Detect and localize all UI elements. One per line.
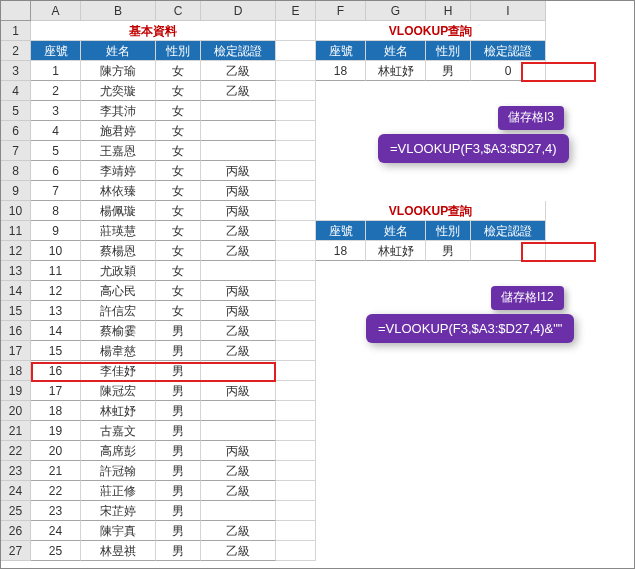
- cell-I3[interactable]: 0: [471, 61, 546, 81]
- row-15[interactable]: 15: [1, 301, 31, 321]
- cell-E21[interactable]: [276, 421, 316, 441]
- row-11[interactable]: 11: [1, 221, 31, 241]
- cell-C27[interactable]: 男: [156, 541, 201, 561]
- cell-C19[interactable]: 男: [156, 381, 201, 401]
- col-B[interactable]: B: [81, 1, 156, 21]
- cell-E19[interactable]: [276, 381, 316, 401]
- cell-C25[interactable]: 男: [156, 501, 201, 521]
- cell-D15[interactable]: 丙級: [201, 301, 276, 321]
- col-G[interactable]: G: [366, 1, 426, 21]
- cell-E8[interactable]: [276, 161, 316, 181]
- row-20[interactable]: 20: [1, 401, 31, 421]
- col-I[interactable]: I: [471, 1, 546, 21]
- cell-B10[interactable]: 楊佩璇: [81, 201, 156, 221]
- cell-H3[interactable]: 男: [426, 61, 471, 81]
- cell-E11[interactable]: [276, 221, 316, 241]
- cell-D5[interactable]: [201, 101, 276, 121]
- cell-D11[interactable]: 乙級: [201, 221, 276, 241]
- cell-E18[interactable]: [276, 361, 316, 381]
- cell-D10[interactable]: 丙級: [201, 201, 276, 221]
- cell-D23[interactable]: 乙級: [201, 461, 276, 481]
- cell-C7[interactable]: 女: [156, 141, 201, 161]
- row-12[interactable]: 12: [1, 241, 31, 261]
- cell-E26[interactable]: [276, 521, 316, 541]
- cell-F3[interactable]: 18: [316, 61, 366, 81]
- cell-A23[interactable]: 21: [31, 461, 81, 481]
- cell-B20[interactable]: 林虹妤: [81, 401, 156, 421]
- cell-A11[interactable]: 9: [31, 221, 81, 241]
- cell-D13[interactable]: [201, 261, 276, 281]
- cell-B6[interactable]: 施君婷: [81, 121, 156, 141]
- cell-B17[interactable]: 楊韋慈: [81, 341, 156, 361]
- cell-B19[interactable]: 陳冠宏: [81, 381, 156, 401]
- cell-B3[interactable]: 陳方瑜: [81, 61, 156, 81]
- cell-B27[interactable]: 林昱祺: [81, 541, 156, 561]
- cell-C12[interactable]: 女: [156, 241, 201, 261]
- cell-E6[interactable]: [276, 121, 316, 141]
- cell-E14[interactable]: [276, 281, 316, 301]
- cell-D26[interactable]: 乙級: [201, 521, 276, 541]
- cell-E3[interactable]: [276, 61, 316, 81]
- cell-E25[interactable]: [276, 501, 316, 521]
- cell-E23[interactable]: [276, 461, 316, 481]
- row-16[interactable]: 16: [1, 321, 31, 341]
- cell-B11[interactable]: 莊瑛慧: [81, 221, 156, 241]
- col-D[interactable]: D: [201, 1, 276, 21]
- cell-B9[interactable]: 林依臻: [81, 181, 156, 201]
- cell-C17[interactable]: 男: [156, 341, 201, 361]
- cell-B26[interactable]: 陳宇真: [81, 521, 156, 541]
- cell-C20[interactable]: 男: [156, 401, 201, 421]
- col-F[interactable]: F: [316, 1, 366, 21]
- cell-B16[interactable]: 蔡榆霎: [81, 321, 156, 341]
- cell-A13[interactable]: 11: [31, 261, 81, 281]
- cell-G3[interactable]: 林虹妤: [366, 61, 426, 81]
- row-6[interactable]: 6: [1, 121, 31, 141]
- row-23[interactable]: 23: [1, 461, 31, 481]
- cell-E9[interactable]: [276, 181, 316, 201]
- cell-D3[interactable]: 乙級: [201, 61, 276, 81]
- cell-D14[interactable]: 丙級: [201, 281, 276, 301]
- cell-C15[interactable]: 女: [156, 301, 201, 321]
- cell-I12[interactable]: [471, 241, 546, 261]
- row-9[interactable]: 9: [1, 181, 31, 201]
- cell-C10[interactable]: 女: [156, 201, 201, 221]
- cell-A4[interactable]: 2: [31, 81, 81, 101]
- cell-B24[interactable]: 莊正修: [81, 481, 156, 501]
- cell-C11[interactable]: 女: [156, 221, 201, 241]
- row-14[interactable]: 14: [1, 281, 31, 301]
- cell-H12[interactable]: 男: [426, 241, 471, 261]
- cell-D21[interactable]: [201, 421, 276, 441]
- row-8[interactable]: 8: [1, 161, 31, 181]
- cell-B7[interactable]: 王嘉恩: [81, 141, 156, 161]
- col-A[interactable]: A: [31, 1, 81, 21]
- cell-A7[interactable]: 5: [31, 141, 81, 161]
- row-19[interactable]: 19: [1, 381, 31, 401]
- row-17[interactable]: 17: [1, 341, 31, 361]
- cell-D20[interactable]: [201, 401, 276, 421]
- cell-D8[interactable]: 丙級: [201, 161, 276, 181]
- cell-D22[interactable]: 丙級: [201, 441, 276, 461]
- cell-C16[interactable]: 男: [156, 321, 201, 341]
- cell-A26[interactable]: 24: [31, 521, 81, 541]
- cell-E16[interactable]: [276, 321, 316, 341]
- cell-C23[interactable]: 男: [156, 461, 201, 481]
- row-21[interactable]: 21: [1, 421, 31, 441]
- cell-A16[interactable]: 14: [31, 321, 81, 341]
- cell-G12[interactable]: 林虹妤: [366, 241, 426, 261]
- cell-E13[interactable]: [276, 261, 316, 281]
- row-22[interactable]: 22: [1, 441, 31, 461]
- cell-D25[interactable]: [201, 501, 276, 521]
- cell-C21[interactable]: 男: [156, 421, 201, 441]
- row-26[interactable]: 26: [1, 521, 31, 541]
- row-1[interactable]: 1: [1, 21, 31, 41]
- col-C[interactable]: C: [156, 1, 201, 21]
- row-4[interactable]: 4: [1, 81, 31, 101]
- cell-D7[interactable]: [201, 141, 276, 161]
- row-10[interactable]: 10: [1, 201, 31, 221]
- row-27[interactable]: 27: [1, 541, 31, 561]
- cell-A10[interactable]: 8: [31, 201, 81, 221]
- cell-E12[interactable]: [276, 241, 316, 261]
- cell-E20[interactable]: [276, 401, 316, 421]
- cell-A20[interactable]: 18: [31, 401, 81, 421]
- row-7[interactable]: 7: [1, 141, 31, 161]
